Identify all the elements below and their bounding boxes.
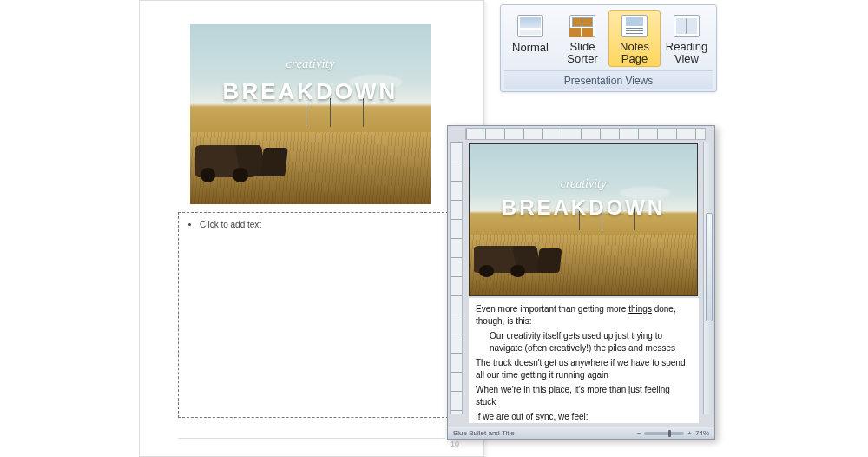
normal-view-icon bbox=[517, 15, 543, 37]
reading-view-button[interactable]: Reading View bbox=[661, 10, 713, 67]
slide-sorter-icon bbox=[569, 15, 595, 37]
presentation-views-group: Normal Slide Sorter Notes Page Reading V… bbox=[500, 4, 717, 92]
vertical-ruler[interactable] bbox=[450, 142, 463, 414]
page-footer-rule bbox=[178, 438, 445, 439]
zoom-out-icon[interactable]: − bbox=[637, 429, 641, 437]
reading-view-icon bbox=[674, 15, 700, 37]
note-line: If we are out of sync, we feel: bbox=[476, 411, 692, 423]
notes-mini-window: creativity BREAKDOWN Even more important… bbox=[447, 125, 715, 440]
note-line: The truck doesn't get us anywhere if we … bbox=[476, 357, 692, 381]
page-number: 10 bbox=[450, 440, 459, 448]
slide-title: BREAKDOWN bbox=[190, 78, 431, 105]
slide-sorter-label-2: Sorter bbox=[559, 53, 606, 65]
zoom-percent[interactable]: 74% bbox=[695, 429, 709, 437]
mini-notes-pane[interactable]: Even more important than getting more th… bbox=[469, 298, 699, 423]
notes-page-label-2: Page bbox=[611, 53, 658, 65]
slide-thumbnail[interactable]: creativity BREAKDOWN bbox=[190, 24, 431, 204]
notes-page-button[interactable]: Notes Page bbox=[608, 10, 661, 67]
ribbon-group-label: Presentation Views bbox=[504, 70, 713, 89]
note-line: Even more important than getting more th… bbox=[476, 303, 692, 327]
zoom-in-icon[interactable]: + bbox=[687, 429, 692, 437]
reading-view-label-1: Reading bbox=[663, 41, 710, 53]
horizontal-ruler[interactable] bbox=[465, 128, 706, 140]
mini-slide-title: BREAKDOWN bbox=[470, 195, 697, 220]
reading-view-label-2: View bbox=[663, 53, 710, 65]
scrollbar-thumb[interactable] bbox=[706, 213, 713, 322]
mini-slide-subtitle: creativity bbox=[470, 177, 697, 191]
slide-sorter-button[interactable]: Slide Sorter bbox=[556, 10, 608, 67]
normal-view-label: Normal bbox=[507, 41, 554, 54]
slide-art: creativity BREAKDOWN bbox=[190, 24, 431, 204]
normal-view-button[interactable]: Normal bbox=[504, 10, 556, 67]
notes-page-label-1: Notes bbox=[611, 41, 658, 53]
note-line: When we're in this place, it's more than… bbox=[476, 384, 692, 407]
mini-slide-art: creativity BREAKDOWN bbox=[470, 144, 697, 295]
notes-placeholder[interactable]: Click to add text bbox=[178, 212, 449, 418]
status-theme-name: Blue Bullet and Title bbox=[453, 429, 515, 437]
mini-status-bar: Blue Bullet and Title − + 74% bbox=[448, 427, 714, 439]
zoom-slider[interactable] bbox=[644, 432, 684, 435]
mini-slide-thumbnail[interactable]: creativity BREAKDOWN bbox=[469, 143, 698, 296]
note-line: Our creativity itself gets used up just … bbox=[476, 330, 692, 354]
notes-page-icon bbox=[621, 15, 648, 37]
slide-sorter-label-1: Slide bbox=[559, 41, 606, 53]
notes-placeholder-text: Click to add text bbox=[200, 220, 439, 229]
vertical-scrollbar[interactable] bbox=[703, 142, 714, 414]
notes-page-document: creativity BREAKDOWN Click to add text 1… bbox=[139, 0, 484, 457]
slide-subtitle: creativity bbox=[190, 56, 431, 71]
